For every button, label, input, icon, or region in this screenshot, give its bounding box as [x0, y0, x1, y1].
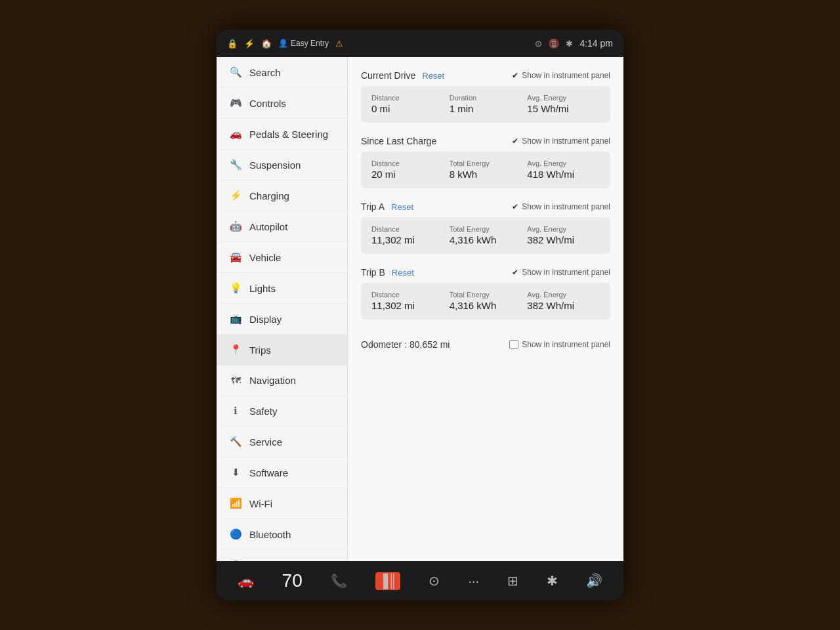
current-drive-checkbox[interactable]: ✔	[512, 71, 518, 80]
radio-icon: ⊙	[429, 573, 440, 589]
taskbar-phone[interactable]: 📞	[331, 573, 347, 589]
since-last-charge-header: Since Last Charge ✔ Show in instrument p…	[361, 136, 610, 146]
sidebar-item-lights[interactable]: 💡 Lights	[217, 273, 347, 304]
main-content: 🔍 Search 🎮 Controls 🚗 Pedals & Steering …	[217, 57, 623, 561]
trip-b-reset[interactable]: Reset	[392, 268, 414, 278]
speed-value: 70	[282, 570, 303, 591]
sidebar-item-controls[interactable]: 🎮 Controls	[217, 88, 347, 119]
grid-icon: ⊞	[507, 573, 518, 589]
suspension-icon: 🔧	[230, 159, 242, 171]
taskbar-grid[interactable]: ⊞	[507, 573, 518, 589]
sidebar-item-search[interactable]: 🔍 Search	[217, 57, 347, 88]
trip-a-show-panel: ✔ Show in instrument panel	[512, 202, 610, 211]
car-icon: 🚗	[238, 573, 254, 589]
taskbar-circle[interactable]: ⊙	[429, 573, 440, 589]
current-drive-duration: Duration 1 min	[450, 94, 522, 115]
sidebar-item-service[interactable]: 🔨 Service	[217, 427, 347, 457]
bt-status-icon: ✱	[566, 39, 573, 49]
navigation-icon: 🗺	[230, 375, 242, 386]
wifi-icon: 📶	[230, 497, 242, 509]
easy-entry-label: 👤 Easy Entry	[278, 39, 329, 48]
taskbar: 🚗 70 📞 ▐║ ⊙ ··· ⊞ ✱ 🔊	[217, 561, 623, 600]
trip-a-distance: Distance 11,302 mi	[371, 225, 444, 246]
display-icon: 📺	[230, 313, 242, 325]
trip-b-section: Trip B Reset ✔ Show in instrument panel …	[361, 267, 610, 320]
trip-b-avg-energy: Avg. Energy 382 Wh/mi	[527, 291, 600, 312]
sidebar-item-autopilot[interactable]: 🤖 Autopilot	[217, 211, 347, 242]
sidebar-item-pedals[interactable]: 🚗 Pedals & Steering	[217, 119, 347, 150]
circle-icon: ⊙	[535, 39, 542, 49]
service-icon: 🔨	[230, 436, 242, 448]
current-drive-data: Distance 0 mi Duration 1 min Avg. Energy…	[361, 86, 610, 123]
warning-icon: ⚠	[335, 39, 343, 49]
trip-a-section: Trip A Reset ✔ Show in instrument panel …	[361, 201, 610, 254]
trip-a-header: Trip A Reset ✔ Show in instrument panel	[361, 201, 610, 212]
trip-b-title: Trip B	[361, 267, 385, 278]
taskbar-car[interactable]: 🚗	[238, 573, 254, 589]
sidebar-item-upgrades[interactable]: 🔒 Upgrades	[217, 550, 347, 561]
sidebar-item-display[interactable]: 📺 Display	[217, 304, 347, 335]
trip-b-show-panel: ✔ Show in instrument panel	[512, 268, 610, 277]
autopilot-icon: 🤖	[230, 220, 242, 232]
taskbar-dots[interactable]: ···	[468, 574, 479, 589]
trip-b-checkbox[interactable]: ✔	[512, 268, 518, 277]
sidebar-item-trips[interactable]: 📍 Trips	[217, 335, 347, 366]
trip-b-header: Trip B Reset ✔ Show in instrument panel	[361, 267, 610, 278]
trips-icon: 📍	[230, 344, 242, 356]
person-icon: 👤	[278, 39, 288, 48]
sidebar: 🔍 Search 🎮 Controls 🚗 Pedals & Steering …	[217, 57, 348, 561]
dots-icon: ···	[468, 574, 479, 589]
vehicle-icon: 🚘	[230, 251, 242, 263]
taskbar-music[interactable]: ▐║	[375, 572, 400, 590]
sidebar-item-vehicle[interactable]: 🚘 Vehicle	[217, 242, 347, 273]
sidebar-item-navigation[interactable]: 🗺 Navigation	[217, 366, 347, 396]
current-drive-distance: Distance 0 mi	[371, 94, 444, 115]
trip-a-title: Trip A	[361, 201, 385, 212]
status-bar-right: ⊙ 📵 ✱ 4:14 pm	[535, 38, 613, 49]
since-last-charge-avg-energy: Avg. Energy 418 Wh/mi	[527, 159, 600, 180]
taskbar-speed: 70	[282, 570, 303, 591]
odometer-checkbox[interactable]	[509, 340, 518, 349]
sidebar-item-software[interactable]: ⬇ Software	[217, 457, 347, 488]
trip-a-checkbox[interactable]: ✔	[512, 202, 518, 211]
current-drive-header-left: Current Drive Reset	[361, 70, 444, 81]
lights-icon: 💡	[230, 282, 242, 294]
sidebar-item-safety[interactable]: ℹ Safety	[217, 396, 347, 427]
trip-a-data: Distance 11,302 mi Total Energy 4,316 kW…	[361, 217, 610, 254]
trip-b-data: Distance 11,302 mi Total Energy 4,316 kW…	[361, 283, 610, 320]
bolt-icon: ⚡	[244, 39, 255, 49]
current-drive-title: Current Drive	[361, 70, 415, 81]
signal-icon: 📵	[549, 39, 559, 49]
trip-a-header-left: Trip A Reset	[361, 201, 413, 212]
current-drive-reset[interactable]: Reset	[422, 71, 444, 81]
status-bar: 🔒 ⚡ 🏠 👤 Easy Entry ⚠ ⊙ 📵 ✱ 4:14 pm	[217, 30, 623, 57]
sidebar-item-wifi[interactable]: 📶 Wi-Fi	[217, 488, 347, 519]
since-last-charge-checkbox[interactable]: ✔	[512, 136, 518, 146]
since-last-charge-title: Since Last Charge	[361, 136, 436, 146]
odometer-row: Odometer : 80,652 mi Show in instrument …	[361, 333, 610, 356]
pedals-icon: 🚗	[230, 128, 242, 140]
taskbar-volume[interactable]: 🔊	[586, 573, 602, 589]
sidebar-item-bluetooth[interactable]: 🔵 Bluetooth	[217, 519, 347, 550]
trip-b-distance: Distance 11,302 mi	[371, 291, 444, 312]
current-drive-section: Current Drive Reset ✔ Show in instrument…	[361, 70, 610, 123]
since-last-charge-header-left: Since Last Charge	[361, 136, 436, 146]
odometer-show-panel: Show in instrument panel	[509, 340, 610, 349]
sidebar-item-suspension[interactable]: 🔧 Suspension	[217, 150, 347, 180]
time: 4:14 pm	[579, 38, 613, 49]
odometer-text: Odometer : 80,652 mi	[361, 339, 450, 350]
trip-a-reset[interactable]: Reset	[391, 202, 413, 212]
current-drive-show-panel: ✔ Show in instrument panel	[512, 71, 610, 80]
trip-b-total-energy: Total Energy 4,316 kWh	[450, 291, 522, 312]
current-drive-energy: Avg. Energy 15 Wh/mi	[527, 94, 600, 115]
music-icon: ▐║	[375, 572, 400, 590]
sidebar-item-charging[interactable]: ⚡ Charging	[217, 180, 347, 211]
since-last-charge-show-panel: ✔ Show in instrument panel	[512, 136, 610, 146]
trip-a-avg-energy: Avg. Energy 382 Wh/mi	[527, 225, 600, 246]
trip-a-total-energy: Total Energy 4,316 kWh	[450, 225, 522, 246]
current-drive-header: Current Drive Reset ✔ Show in instrument…	[361, 70, 610, 81]
taskbar-bluetooth[interactable]: ✱	[547, 573, 558, 589]
bluetooth-taskbar-icon: ✱	[547, 573, 558, 589]
phone-icon: 📞	[331, 573, 347, 589]
since-last-charge-total-energy: Total Energy 8 kWh	[450, 159, 522, 180]
